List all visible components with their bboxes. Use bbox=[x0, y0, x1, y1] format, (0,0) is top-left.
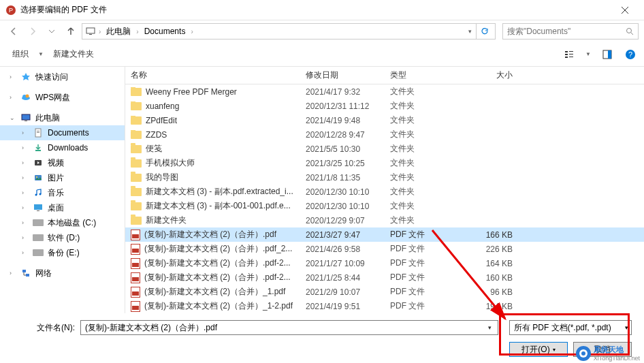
breadcrumb-pc[interactable]: 此电脑 bbox=[103, 25, 133, 39]
recent-button[interactable] bbox=[44, 23, 60, 40]
back-button[interactable] bbox=[5, 23, 22, 40]
svg-rect-21 bbox=[37, 131, 39, 131]
sidebar-local-c[interactable]: ›本地磁盘 (C:) bbox=[0, 215, 125, 230]
sidebar-network[interactable]: ›网络 bbox=[0, 266, 125, 281]
drive-icon bbox=[33, 247, 44, 258]
organize-button[interactable]: 组织 bbox=[12, 48, 29, 60]
refresh-button[interactable] bbox=[476, 24, 492, 39]
filename-field[interactable] bbox=[85, 323, 484, 332]
file-type: 文件夹 bbox=[390, 129, 465, 140]
table-row[interactable]: 新建文件夹2020/12/29 9:07文件夹 bbox=[125, 213, 644, 227]
sidebar-soft-d[interactable]: ›软件 (D:) bbox=[0, 230, 125, 245]
svg-rect-31 bbox=[22, 270, 26, 272]
filename-input[interactable]: ▾ bbox=[80, 320, 498, 335]
sidebar-videos[interactable]: ›视频 bbox=[0, 155, 125, 170]
desktop-icon bbox=[33, 202, 44, 213]
file-size: 166 KB bbox=[465, 230, 519, 240]
file-type: 文件夹 bbox=[390, 215, 465, 226]
svg-rect-29 bbox=[34, 204, 42, 210]
breadcrumb-documents[interactable]: Documents bbox=[142, 25, 189, 37]
new-folder-button[interactable]: 新建文件夹 bbox=[53, 48, 94, 60]
svg-rect-10 bbox=[569, 57, 573, 57]
sidebar-backup-e[interactable]: ›备份 (E:) bbox=[0, 245, 125, 260]
search-input[interactable] bbox=[502, 23, 639, 40]
table-row[interactable]: xuanfeng2020/12/31 11:12文件夹 bbox=[125, 99, 644, 113]
folder-icon bbox=[131, 174, 142, 182]
file-name: ZPdfEdit bbox=[125, 116, 306, 125]
table-row[interactable]: (复制)-新建文本文档 (2)（合并）.pdf2021/3/27 9:47PDF… bbox=[125, 227, 644, 242]
pc-icon bbox=[85, 26, 96, 37]
file-name: (复制)-新建文本文档 (2)（合并）_1.pdf bbox=[125, 286, 306, 298]
file-name: (复制)-新建文本文档 (2)（合并）_1-2.pdf bbox=[125, 300, 306, 312]
table-row[interactable]: ZZDS2020/12/28 9:47文件夹 bbox=[125, 127, 644, 142]
file-type: PDF 文件 bbox=[390, 300, 465, 312]
col-size[interactable]: 大小 bbox=[465, 69, 519, 81]
file-name: (复制)-新建文本文档 (2)（合并）.pdf-2... bbox=[125, 272, 306, 283]
pdf-icon bbox=[131, 244, 140, 255]
col-name[interactable]: 名称 bbox=[125, 69, 306, 81]
up-button[interactable] bbox=[63, 23, 79, 40]
file-name: 新建文件夹 bbox=[125, 215, 306, 226]
folder-icon bbox=[131, 116, 142, 125]
help-button[interactable]: ? bbox=[624, 48, 637, 61]
table-row[interactable]: (复制)-新建文本文档 (2)（合并）_1.pdf2021/2/9 10:07P… bbox=[125, 285, 644, 299]
table-row[interactable]: 便笺2021/5/5 10:30文件夹 bbox=[125, 142, 644, 156]
sidebar-this-pc[interactable]: ⌄此电脑 bbox=[0, 110, 125, 125]
sidebar-desktop[interactable]: ›桌面 bbox=[0, 200, 125, 215]
file-date: 2021/1/8 11:35 bbox=[306, 173, 390, 183]
file-name: ZZDS bbox=[125, 130, 306, 140]
search-field[interactable] bbox=[507, 27, 626, 36]
svg-rect-22 bbox=[37, 132, 39, 133]
file-name: 新建文本文档 (3) - 副本.pdf.extracted_i... bbox=[125, 186, 306, 198]
file-name: (复制)-新建文本文档 (2)（合并）.pdf bbox=[125, 229, 306, 240]
chevron-right-icon: › bbox=[97, 28, 102, 35]
svg-point-27 bbox=[35, 194, 37, 196]
file-date: 2021/3/27 9:47 bbox=[306, 230, 390, 240]
star-icon bbox=[20, 72, 31, 82]
chevron-down-icon[interactable]: ▾ bbox=[466, 28, 474, 35]
file-name: (复制)-新建文本文档 (2)（合并）.pdf_2... bbox=[125, 243, 306, 255]
svg-point-28 bbox=[39, 193, 42, 195]
sidebar-wps[interactable]: ›WPS网盘 bbox=[0, 90, 125, 105]
table-row[interactable]: (复制)-新建文本文档 (2)（合并）.pdf_2...2021/4/26 9:… bbox=[125, 242, 644, 256]
breadcrumb[interactable]: › 此电脑 › Documents › ▾ bbox=[82, 23, 496, 40]
chevron-down-icon[interactable]: ▾ bbox=[484, 324, 495, 331]
view-button[interactable] bbox=[562, 48, 576, 61]
sidebar-documents[interactable]: ›Documents bbox=[0, 125, 125, 140]
col-date[interactable]: 修改日期 bbox=[306, 69, 390, 81]
pdf-icon bbox=[131, 258, 140, 269]
sidebar-downloads[interactable]: ›Downloads bbox=[0, 140, 125, 155]
pdf-icon bbox=[131, 287, 140, 298]
sidebar-music[interactable]: ›音乐 bbox=[0, 185, 125, 200]
preview-pane-button[interactable] bbox=[600, 48, 614, 61]
folder-icon bbox=[131, 188, 142, 196]
column-headers[interactable]: 名称 修改日期 类型 大小 bbox=[125, 67, 644, 84]
close-button[interactable] bbox=[611, 0, 639, 20]
file-type: PDF 文件 bbox=[390, 229, 465, 240]
picture-icon bbox=[33, 172, 44, 183]
forward-button[interactable] bbox=[25, 23, 41, 40]
file-name: xuanfeng bbox=[125, 101, 306, 111]
file-size: 194 KB bbox=[465, 302, 519, 311]
table-row[interactable]: Weeny Free PDF Merger2021/4/17 9:32文件夹 bbox=[125, 84, 644, 99]
table-row[interactable]: (复制)-新建文本文档 (2)（合并）.pdf-2...2021/1/25 8:… bbox=[125, 270, 644, 285]
svg-point-36 bbox=[581, 351, 585, 356]
col-type[interactable]: 类型 bbox=[390, 69, 465, 81]
titlebar: P 选择要编辑的 PDF 文件 bbox=[0, 0, 644, 20]
file-size: 96 KB bbox=[465, 287, 519, 297]
sidebar-pictures[interactable]: ›图片 bbox=[0, 170, 125, 185]
svg-rect-7 bbox=[565, 57, 568, 58]
video-icon bbox=[33, 157, 44, 168]
table-row[interactable]: 我的导图2021/1/8 11:35文件夹 bbox=[125, 170, 644, 185]
table-row[interactable]: (复制)-新建文本文档 (2)（合并）.pdf-2...2021/1/27 10… bbox=[125, 256, 644, 270]
table-row[interactable]: ZPdfEdit2021/4/19 9:48文件夹 bbox=[125, 113, 644, 127]
file-date: 2020/12/29 9:07 bbox=[306, 216, 390, 225]
folder-icon bbox=[131, 202, 142, 210]
sidebar-quick-access[interactable]: ›快速访问 bbox=[0, 69, 125, 84]
table-row[interactable]: 手机模拟大师2021/3/25 10:25文件夹 bbox=[125, 156, 644, 170]
svg-point-17 bbox=[26, 95, 29, 98]
table-row[interactable]: 新建文本文档 (3) - 副本.pdf.extracted_i...2020/1… bbox=[125, 185, 644, 199]
table-row[interactable]: 新建文本文档 (3) - 副本-001-001.pdf.e...2020/12/… bbox=[125, 199, 644, 213]
table-row[interactable]: (复制)-新建文本文档 (2)（合并）_1-2.pdf2021/4/19 9:5… bbox=[125, 299, 644, 313]
window-title: 选择要编辑的 PDF 文件 bbox=[20, 4, 611, 16]
